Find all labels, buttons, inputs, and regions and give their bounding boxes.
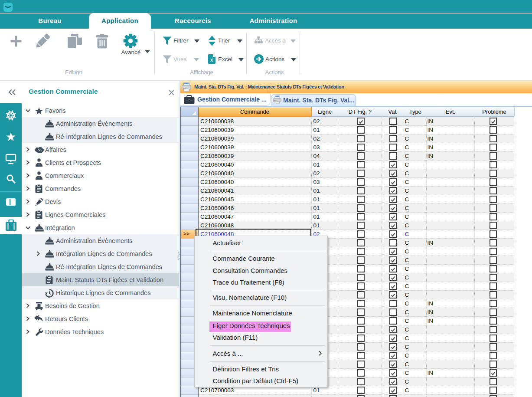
svg-text:x: x xyxy=(210,57,213,63)
